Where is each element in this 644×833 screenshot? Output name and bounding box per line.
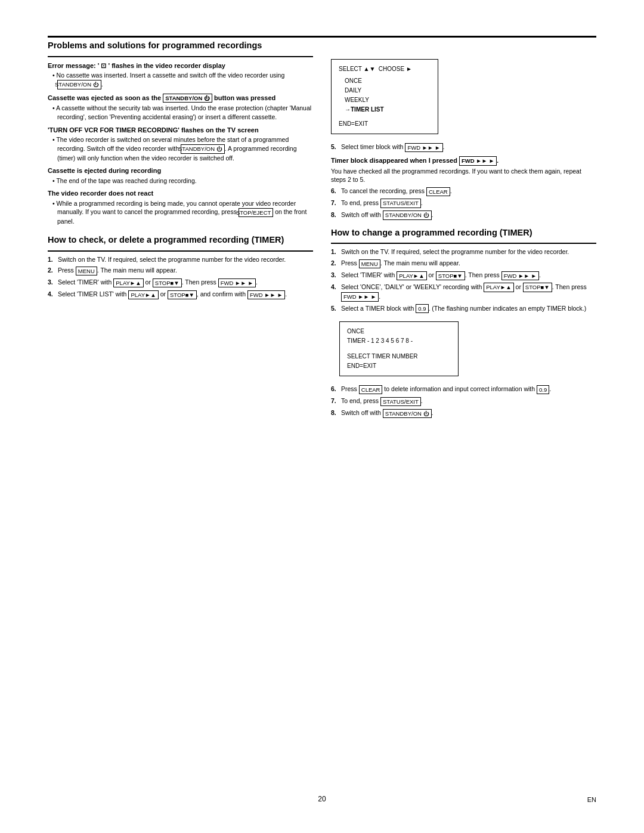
section3-divider <box>331 243 596 244</box>
bullet-ejected-recording: The end of the tape was reached during r… <box>52 176 313 185</box>
content-columns: Problems and solutions for programmed re… <box>48 38 596 420</box>
timer-number-box: ONCE TIMER - 1 2 3 4 5 6 7 8 - SELECT TI… <box>339 321 459 376</box>
zero9-kbd-2: 0.9 <box>537 385 549 394</box>
step-change-5-text: Select a TIMER block with 0.9. (The flas… <box>341 304 586 314</box>
step-check-4: 4. Select 'TIMER LIST' with PLAY►▲ or ST… <box>48 290 313 299</box>
step-change-1-num: 1. <box>331 247 339 256</box>
play-kbd-1: PLAY►▲ <box>113 278 143 287</box>
stop-kbd-1: STOP■▼ <box>153 278 182 287</box>
play-kbd-3: PLAY►▲ <box>397 271 426 280</box>
stop-kbd-3: STOP■▼ <box>436 271 465 280</box>
stopeject-kbd: STOP/EJECT <box>239 208 273 217</box>
step-change-4-num: 4. <box>331 283 339 302</box>
step-check-8-text: Switch off with STANDBY/ON ⏻. <box>341 210 433 220</box>
subsection-error-title: Error message: ' ⊡ ' flashes in the vide… <box>48 61 313 70</box>
timer-box-end: END=EXIT <box>347 361 451 371</box>
step-check-8-num: 8. <box>331 210 339 220</box>
page-number: 20 <box>318 795 326 803</box>
step-check-5: 5. Select timer block with FWD ►► ►. <box>331 143 596 152</box>
step-change-1-text: Switch on the TV. If required, select th… <box>341 247 569 256</box>
step-check-5-num: 5. <box>331 143 339 152</box>
clear-kbd-1: CLEAR <box>426 187 450 196</box>
step-change-6: 6. Press CLEAR to delete information and… <box>331 385 596 394</box>
standby-kbd-1: STANDBY/ON ⏻ <box>57 80 101 89</box>
select-menu-box: SELECT ▲▼ CHOOSE ► ONCE DAILY WEEKLY →TI… <box>331 59 438 134</box>
menu-header: SELECT ▲▼ CHOOSE ► <box>339 64 431 74</box>
section2-title: How to check, or delete a programmed rec… <box>48 234 313 246</box>
step-change-6-num: 6. <box>331 385 339 394</box>
menu-item-timerlist: →TIMER LIST <box>345 105 431 114</box>
step-check-4-text: Select 'TIMER LIST' with PLAY►▲ or STOP■… <box>58 290 287 299</box>
section1-title: Problems and solutions for programmed re… <box>48 40 313 51</box>
timer-box-numbers: TIMER - 1 2 3 4 5 6 7 8 - <box>347 336 451 346</box>
step-check-1-text: Switch on the TV. If required, select th… <box>58 255 286 264</box>
subsection-turnoff-title: 'TURN OFF VCR FOR TIMER RECORDING' flash… <box>48 126 313 134</box>
menu-kbd-2: MENU <box>359 259 380 268</box>
fwd-kbd-1: FWD ►► ► <box>218 278 256 287</box>
step-change-1: 1. Switch on the TV. If required, select… <box>331 247 596 256</box>
section1-divider <box>48 56 313 57</box>
bullet-no-cassette: No cassette was inserted. Insert a casse… <box>52 71 313 89</box>
step-change-4-text: Select 'ONCE', 'DAILY' or 'WEEKLY' recor… <box>341 283 596 302</box>
step-change-6-text: Press CLEAR to delete information and in… <box>341 385 551 394</box>
step-change-8-num: 8. <box>331 408 339 418</box>
step-change-5-num: 5. <box>331 304 339 314</box>
step-check-7-text: To end, press STATUS/EXIT. <box>341 199 423 208</box>
menu-kbd-1: MENU <box>76 267 97 275</box>
left-column: Problems and solutions for programmed re… <box>48 38 313 420</box>
step-check-1: 1. Switch on the TV. If required, select… <box>48 255 313 264</box>
step-check-1-num: 1. <box>48 255 56 264</box>
clear-kbd-2: CLEAR <box>359 385 383 394</box>
fwd-kbd-4: FWD ►► ► <box>459 156 497 165</box>
fwd-kbd-2: FWD ►► ► <box>247 290 285 299</box>
play-kbd-2: PLAY►▲ <box>128 290 158 299</box>
subsection-no-react-title: The video recorder does not react <box>48 189 313 197</box>
status-kbd-1: STATUS/EXIT <box>380 199 421 208</box>
step-change-7-text: To end, press STATUS/EXIT. <box>341 397 423 406</box>
standby-kbd-5: STANDBY/ON ⏻ <box>383 409 432 418</box>
step-change-8-text: Switch off with STANDBY/ON ⏻. <box>341 408 433 418</box>
right-column: SELECT ▲▼ CHOOSE ► ONCE DAILY WEEKLY →TI… <box>331 38 596 420</box>
fwd-kbd-6: FWD ►► ► <box>341 292 379 301</box>
step-change-5: 5. Select a TIMER block with 0.9. (The f… <box>331 304 596 314</box>
step-check-3-text: Select 'TIMER' with PLAY►▲ or STOP■▼. Th… <box>58 278 258 287</box>
play-kbd-4: PLAY►▲ <box>484 283 513 292</box>
step-change-2-num: 2. <box>331 259 339 268</box>
menu-item-daily: DAILY <box>345 86 431 95</box>
step-change-2-text: Press MENU. The main menu will appear. <box>341 259 460 268</box>
stop-kbd-2: STOP■▼ <box>168 290 197 299</box>
step-check-7: 7. To end, press STATUS/EXIT. <box>331 199 596 208</box>
step-check-5-text: Select timer block with FWD ►► ►. <box>341 143 444 152</box>
step-check-6: 6. To cancel the recording, press CLEAR. <box>331 187 596 196</box>
stop-kbd-4: STOP■▼ <box>523 283 552 292</box>
step-change-3: 3. Select 'TIMER' with PLAY►▲ or STOP■▼.… <box>331 271 596 280</box>
step-change-7: 7. To end, press STATUS/EXIT. <box>331 397 596 406</box>
step-change-2: 2. Press MENU. The main menu will appear… <box>331 259 596 268</box>
step-check-2: 2. Press MENU. The main menu will appear… <box>48 266 313 275</box>
step-change-7-num: 7. <box>331 397 339 406</box>
step-check-2-text: Press MENU. The main menu will appear. <box>58 266 177 275</box>
zero9-kbd-1: 0.9 <box>416 304 428 313</box>
timer-disappeared-title: Timer block disappeared when I pressed F… <box>331 156 596 166</box>
timer-box-select: SELECT TIMER NUMBER <box>347 352 451 361</box>
bullet-turnoff: The video recorder is switched on severa… <box>52 135 313 162</box>
step-check-3-num: 3. <box>48 278 56 287</box>
menu-item-once: ONCE <box>345 76 431 86</box>
subsection-cassette-ejected-title: Cassette was ejected as soon as the STAN… <box>48 94 313 103</box>
bullet-cassette-ejected: A cassette without the security tab was … <box>52 104 313 121</box>
step-change-3-text: Select 'TIMER' with PLAY►▲ or STOP■▼. Th… <box>341 271 541 280</box>
step-check-2-num: 2. <box>48 266 56 275</box>
menu-footer-1: END=EXIT <box>339 119 431 129</box>
bullet-no-react: While a programmed recording is being ma… <box>52 199 313 226</box>
step-check-7-num: 7. <box>331 199 339 208</box>
menu-item-weekly: WEEKLY <box>345 95 431 105</box>
section3-title: How to change a programmed recording (TI… <box>331 227 596 239</box>
step-check-6-text: To cancel the recording, press CLEAR. <box>341 187 452 196</box>
step-check-3: 3. Select 'TIMER' with PLAY►▲ or STOP■▼.… <box>48 278 313 287</box>
section2-divider <box>48 250 313 252</box>
subsection-ejected-recording-title: Cassette is ejected during recording <box>48 166 313 175</box>
page-lang: EN <box>587 796 596 803</box>
step-change-3-num: 3. <box>331 271 339 280</box>
standby-kbd-2: STANDBY/ON ⏻ <box>163 94 212 103</box>
timer-disappeared-text: You have checked all the programmed reco… <box>331 167 596 184</box>
